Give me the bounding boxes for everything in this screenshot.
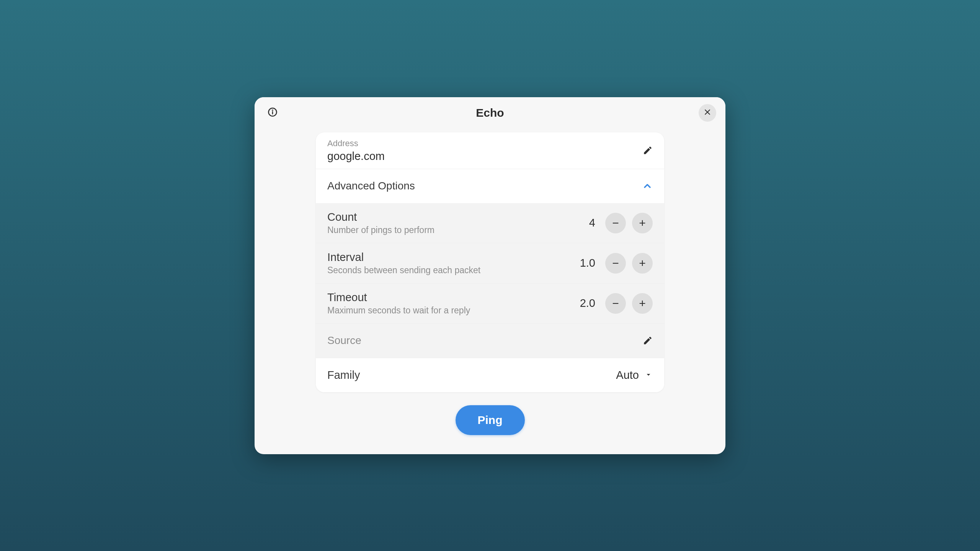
interval-increment-button[interactable]: +	[632, 253, 653, 274]
timeout-label: Timeout	[327, 291, 470, 304]
window-title: Echo	[281, 106, 699, 119]
address-labels: Address google.com	[327, 139, 385, 163]
settings-card: Address google.com Advanced Options	[316, 132, 664, 392]
count-value: 4	[589, 217, 595, 229]
minus-icon: −	[612, 257, 619, 270]
count-increment-button[interactable]: +	[632, 213, 653, 233]
dropdown-arrow-icon	[644, 369, 653, 381]
interval-row: Interval Seconds between sending each pa…	[316, 243, 664, 283]
app-window: Echo Address google.com	[255, 97, 725, 454]
advanced-options-toggle[interactable]: Advanced Options	[316, 169, 664, 203]
family-row[interactable]: Family Auto	[316, 358, 664, 392]
info-icon	[267, 107, 278, 119]
about-button[interactable]	[264, 104, 281, 122]
close-button[interactable]	[699, 104, 716, 122]
address-label: Address	[327, 139, 385, 148]
timeout-value: 2.0	[580, 297, 595, 310]
source-row[interactable]: Source	[316, 323, 664, 358]
interval-label: Interval	[327, 251, 480, 264]
family-dropdown[interactable]: Auto	[616, 369, 653, 381]
pencil-icon[interactable]	[643, 336, 653, 346]
count-row: Count Number of pings to perform 4 − +	[316, 203, 664, 243]
plus-icon: +	[639, 257, 646, 270]
count-desc: Number of pings to perform	[327, 225, 434, 235]
svg-point-2	[272, 110, 273, 110]
timeout-decrement-button[interactable]: −	[605, 293, 626, 314]
plus-icon: +	[639, 217, 646, 230]
interval-stepper: 1.0 − +	[580, 253, 653, 274]
address-row[interactable]: Address google.com	[316, 132, 664, 169]
minus-icon: −	[612, 217, 619, 230]
plus-icon: +	[639, 297, 646, 310]
count-stepper: 4 − +	[589, 213, 653, 233]
chevron-up-icon	[642, 181, 653, 191]
ping-button[interactable]: Ping	[456, 405, 525, 435]
timeout-increment-button[interactable]: +	[632, 293, 653, 314]
interval-desc: Seconds between sending each packet	[327, 265, 480, 276]
count-decrement-button[interactable]: −	[605, 213, 626, 233]
title-bar: Echo	[255, 97, 725, 126]
window-body: Address google.com Advanced Options	[255, 126, 725, 454]
timeout-row: Timeout Maximum seconds to wait for a re…	[316, 283, 664, 323]
family-value: Auto	[616, 369, 639, 381]
address-value: google.com	[327, 150, 385, 163]
timeout-desc: Maximum seconds to wait for a reply	[327, 305, 470, 316]
source-label: Source	[327, 334, 361, 347]
interval-decrement-button[interactable]: −	[605, 253, 626, 274]
advanced-options-label: Advanced Options	[327, 180, 415, 192]
pencil-icon[interactable]	[643, 145, 653, 155]
family-label: Family	[327, 369, 360, 381]
minus-icon: −	[612, 297, 619, 310]
count-label: Count	[327, 211, 434, 223]
close-icon	[704, 108, 711, 117]
timeout-stepper: 2.0 − +	[580, 293, 653, 314]
interval-value: 1.0	[580, 257, 595, 269]
advanced-section: Count Number of pings to perform 4 − +	[316, 203, 664, 392]
